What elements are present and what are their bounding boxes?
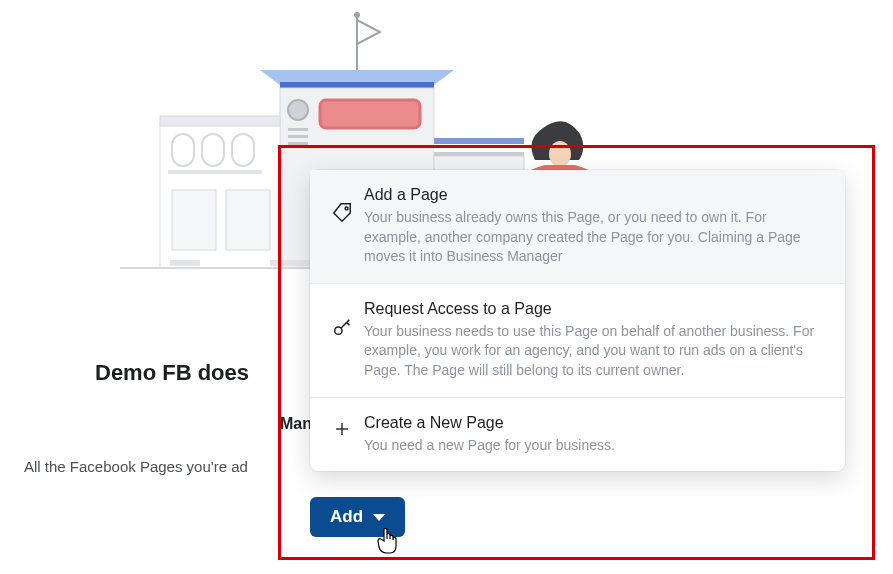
menu-title: Create a New Page: [364, 414, 827, 432]
svg-point-26: [345, 207, 348, 210]
svg-rect-15: [160, 116, 280, 126]
tag-icon: [328, 202, 356, 224]
cursor-pointer-icon: [376, 528, 398, 558]
svg-rect-21: [226, 190, 270, 250]
svg-rect-8: [288, 135, 308, 138]
svg-rect-19: [168, 170, 262, 174]
menu-title: Add a Page: [364, 186, 827, 204]
add-button-label: Add: [330, 507, 363, 527]
menu-title: Request Access to a Page: [364, 300, 827, 318]
svg-rect-6: [320, 100, 420, 128]
svg-rect-3: [280, 82, 434, 88]
plus-icon: [328, 420, 356, 438]
menu-item-create-page[interactable]: Create a New Page You need a new Page fo…: [310, 398, 845, 472]
svg-point-27: [335, 327, 342, 334]
svg-point-1: [354, 12, 360, 18]
svg-rect-20: [172, 190, 216, 250]
menu-item-request-access[interactable]: Request Access to a Page Your business n…: [310, 284, 845, 398]
svg-rect-18: [232, 134, 254, 166]
svg-rect-16: [172, 134, 194, 166]
svg-point-5: [288, 100, 308, 120]
svg-rect-7: [288, 128, 308, 131]
page-description: All the Facebook Pages you're ad: [24, 458, 248, 475]
svg-rect-23: [270, 260, 310, 266]
svg-rect-11: [434, 144, 524, 152]
menu-item-add-page[interactable]: Add a Page Your business already owns th…: [310, 170, 845, 284]
caret-down-icon: [373, 514, 385, 521]
svg-line-29: [347, 322, 350, 325]
svg-point-25: [549, 141, 571, 167]
key-icon: [328, 316, 356, 338]
add-dropdown-menu: Add a Page Your business already owns th…: [310, 170, 845, 471]
menu-desc: Your business already owns this Page, or…: [364, 208, 827, 267]
svg-rect-17: [202, 134, 224, 166]
svg-rect-10: [434, 138, 524, 144]
page-heading: Demo FB does: [95, 360, 249, 386]
svg-rect-9: [288, 142, 308, 145]
svg-rect-12: [434, 152, 524, 156]
menu-desc: Your business needs to use this Page on …: [364, 322, 827, 381]
svg-rect-24: [170, 260, 200, 266]
page-subheading: Man: [280, 415, 312, 433]
menu-desc: You need a new Page for your business.: [364, 436, 827, 456]
